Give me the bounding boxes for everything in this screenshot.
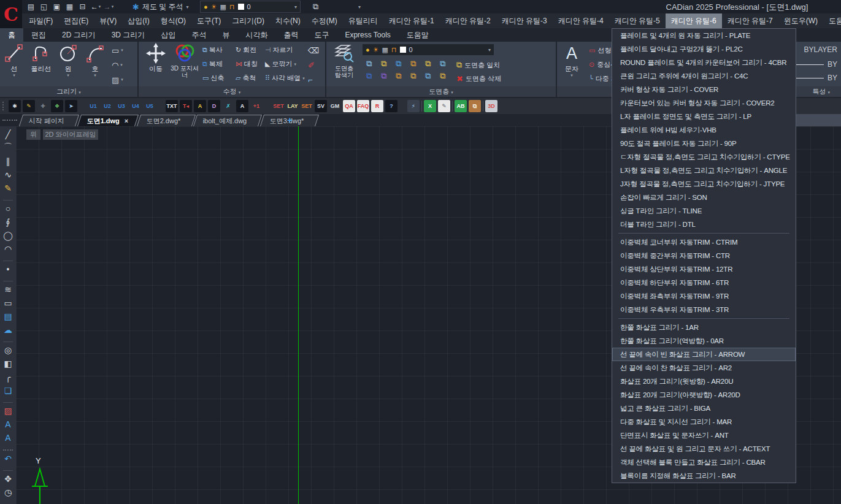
- rectangle-icon[interactable]: ▭: [1, 296, 15, 310]
- txt-convert-icon[interactable]: TXT: [166, 100, 178, 112]
- paste-icon[interactable]: ⧉: [469, 100, 481, 112]
- ribbon-tab[interactable]: 삽입: [153, 28, 183, 42]
- layer-state-icon[interactable]: ⧉: [377, 58, 391, 70]
- solid-icon[interactable]: ◧: [1, 357, 15, 370]
- layer-match-button[interactable]: ⧉ 도면층 일치: [456, 59, 500, 71]
- etransmit-icon[interactable]: ⚡: [407, 100, 420, 112]
- ribbon-tab[interactable]: 3D 그리기: [104, 28, 153, 42]
- layer-unlock-icon[interactable]: ⧉: [391, 70, 406, 82]
- menu-item[interactable]: 화살표 20개 그리기(윗방향) - AR20U: [612, 375, 796, 388]
- toolbar-icon[interactable]: [421, 101, 422, 112]
- menubar-item[interactable]: 파일(F): [23, 13, 58, 28]
- ucs-u4-icon[interactable]: U4: [129, 100, 142, 112]
- menu-item[interactable]: L자형 절곡물 정,측면도 그리고 치수기입하기 - ANGLE: [612, 164, 796, 177]
- menu-item[interactable]: L자 플레이트 정면도 및 측면도 그리기 - LP: [612, 110, 796, 123]
- modify-tool[interactable]: ↻회전: [236, 43, 265, 57]
- layer-check-icon[interactable]: ⧉: [362, 70, 377, 82]
- layer-lay-icon[interactable]: LAY: [286, 100, 299, 112]
- close-tab-icon[interactable]: ×: [125, 117, 128, 124]
- text-attrib-icon[interactable]: A: [194, 100, 206, 112]
- chevron-down-icon[interactable]: ▾: [559, 73, 584, 78]
- help-icon[interactable]: ?: [385, 100, 397, 112]
- modify-tool[interactable]: ⋈대칭: [236, 57, 265, 71]
- modify-tool[interactable]: ⊣자르기: [265, 43, 310, 57]
- chevron-down-icon[interactable]: ▾: [99, 4, 101, 9]
- layer-move-icon[interactable]: ⧉: [391, 58, 406, 70]
- explode-icon[interactable]: ✐: [308, 59, 319, 71]
- region-icon[interactable]: ❏: [1, 384, 15, 397]
- osnap-set-icon[interactable]: SET: [301, 100, 313, 112]
- hatch-icon[interactable]: ▨: [1, 404, 15, 418]
- menubar-item[interactable]: 치수(N): [270, 13, 306, 28]
- polyline-icon[interactable]: ⌒: [1, 141, 15, 155]
- menubar-item[interactable]: 캐디안 유틸-4: [553, 13, 609, 28]
- chevron-down-icon[interactable]: ▾: [186, 4, 189, 10]
- curve-handles-icon[interactable]: ∮: [1, 215, 15, 229]
- modify-tool[interactable]: ▱축척: [236, 71, 265, 85]
- abc-excel-icon[interactable]: AB: [455, 100, 467, 112]
- zoom-window-icon[interactable]: ◕: [1, 499, 15, 504]
- toolbar-drag-handle[interactable]: [2, 120, 17, 121]
- menu-item[interactable]: 플레이트 달아내고 구멍2개 뚫기 - PL2C: [612, 42, 796, 56]
- toolbar-icon[interactable]: [2, 101, 7, 112]
- zoom-previous-icon[interactable]: ◷: [1, 486, 15, 499]
- modify-tool[interactable]: ◣모깎기▾: [265, 57, 310, 71]
- workspace-switcher[interactable]: ✱ 제도 및 주석 ▾: [132, 0, 189, 13]
- chevron-down-icon[interactable]: ▾: [121, 48, 123, 53]
- qa-icon[interactable]: QA: [343, 100, 355, 112]
- notepad-icon[interactable]: ✎: [438, 100, 450, 112]
- chevron-down-icon[interactable]: ▾: [294, 62, 296, 67]
- layer-explorer-button[interactable]: 도면층탐색기: [329, 43, 359, 86]
- panel-label-draw[interactable]: 그리기 ▾: [0, 86, 137, 97]
- menubar-item[interactable]: 캐디안 유틸-7: [722, 13, 778, 28]
- menu-item[interactable]: 카운터보어 있는 커버 형상 자동 그리기 - COVER2: [612, 96, 796, 110]
- eraser-icon[interactable]: ⌫: [308, 44, 319, 56]
- gm-icon[interactable]: GM: [329, 100, 341, 112]
- layer-on-icon[interactable]: ⧉: [421, 58, 436, 70]
- polyline-button[interactable]: 폴리선: [28, 43, 54, 86]
- menubar-item[interactable]: 수정(M): [306, 13, 343, 28]
- menu-item[interactable]: 한쭐 화살표 그리기 - 1AR: [612, 321, 796, 334]
- menubar-item[interactable]: 캐디안 유틸-1: [383, 13, 440, 28]
- layer-freeze-icon[interactable]: ⧉: [436, 58, 450, 70]
- menubar-item[interactable]: 삽입(I): [122, 13, 155, 28]
- line-button[interactable]: 선 ▾: [1, 43, 27, 86]
- layer-walk-icon[interactable]: ⧉: [377, 70, 391, 82]
- menu-item[interactable]: 객체 선택해 블록 만들고 화살표 그리기 - CBAR: [612, 456, 796, 469]
- toolbar-icon[interactable]: [483, 101, 483, 112]
- menu-item[interactable]: 싱글 T라인 그리기 - TLINE: [612, 204, 796, 218]
- block-create-icon[interactable]: ✱: [9, 100, 21, 112]
- menu-item[interactable]: 한쭐 화살표 그리기(역방향) - 0AR: [612, 334, 796, 348]
- text-frame-icon[interactable]: A: [236, 100, 248, 112]
- menu-item[interactable]: 화살표 20개 그리기(아랫방향) - AR20D: [612, 388, 796, 402]
- layer-merge-icon[interactable]: ⧉: [436, 70, 450, 82]
- layer-quick-dropdown[interactable]: ● ☀ ▦ ⊓ 0 ▾: [200, 1, 301, 13]
- menu-item[interactable]: 블록이름 지정해 화살표 그리기 - BAR: [612, 469, 796, 483]
- menubar-item[interactable]: 뷰(V): [94, 13, 122, 28]
- menubar-item[interactable]: 형식(O): [155, 13, 191, 28]
- chevron-down-icon[interactable]: ▾: [82, 73, 108, 78]
- ucs-u5-icon[interactable]: U5: [144, 100, 156, 112]
- layer-thaw-icon[interactable]: ⧉: [421, 70, 436, 82]
- chevron-down-icon[interactable]: ▾: [120, 63, 123, 67]
- ribbon-tab[interactable]: 홈: [0, 28, 23, 42]
- modify-tool[interactable]: ▭신축: [202, 71, 236, 85]
- circle-button[interactable]: 원 ▾: [55, 43, 81, 86]
- menu-item[interactable]: 커버 형상 자동 그리기 - COVER: [612, 83, 796, 96]
- menu-item[interactable]: 90도 절곡 플레이트 자동 그리기 - 90P: [612, 137, 796, 150]
- save-icon[interactable]: ▣: [52, 1, 63, 12]
- ellipse-arc-icon[interactable]: ◠▾: [112, 59, 123, 71]
- open-icon[interactable]: ◱: [39, 1, 50, 12]
- tool-icon[interactable]: [3, 445, 13, 451]
- menubar-item[interactable]: 캐디안 유틸-5: [609, 13, 666, 28]
- tool-icon[interactable]: [3, 256, 13, 261]
- ribbon-tab[interactable]: 뷰: [214, 28, 237, 42]
- toolbar-icon[interactable]: [399, 100, 405, 112]
- modify-tool[interactable]: ⠿사각 배열▾: [265, 71, 310, 85]
- pan-icon[interactable]: ✥: [1, 472, 15, 486]
- block-edit-icon[interactable]: ✎: [23, 100, 35, 112]
- tab-drawing1[interactable]: 도면1.dwg×: [77, 115, 139, 126]
- double-line-icon[interactable]: ∥: [1, 155, 15, 168]
- tool-icon[interactable]: [3, 276, 13, 281]
- ucs-u2-icon[interactable]: U2: [101, 100, 113, 112]
